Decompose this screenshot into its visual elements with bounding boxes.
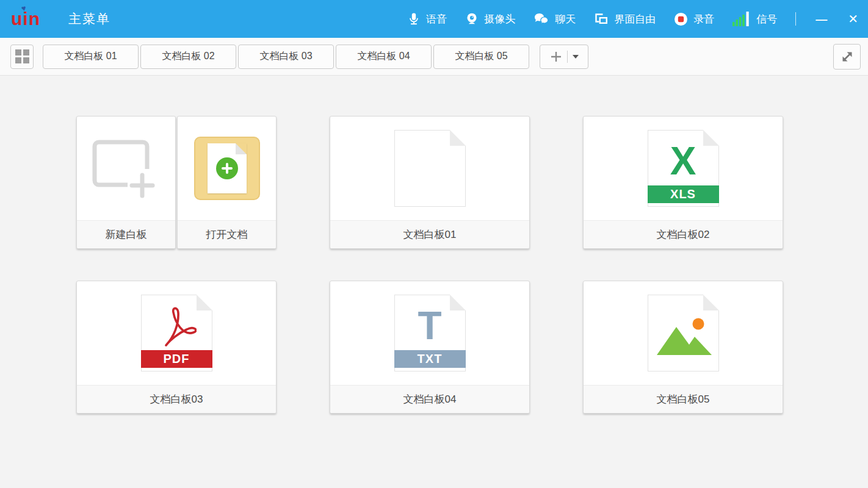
card-label: 文档白板01 (330, 220, 529, 248)
xls-file-icon: X XLS (648, 130, 719, 207)
document-card-03[interactable]: PDF 文档白板03 (76, 281, 277, 414)
new-whiteboard-icon (86, 135, 167, 202)
blank-document-icon (394, 130, 466, 207)
txt-badge: TXT (394, 350, 466, 368)
card-label: 文档白板04 (330, 385, 529, 413)
card-label: 文档白板02 (584, 220, 783, 248)
content-area: 新建白板 打开文档 文档白板01 X XLS 文档白板02 (0, 0, 868, 488)
card-label: 新建白板 (77, 220, 175, 248)
document-card-04[interactable]: T TXT 文档白板04 (330, 281, 530, 414)
pdf-file-icon: PDF (141, 295, 212, 371)
open-document-card[interactable]: 打开文档 (177, 116, 277, 249)
mountains-sun-icon (654, 316, 714, 356)
document-card-05[interactable]: 文档白板05 (583, 281, 783, 414)
pdf-badge: PDF (141, 350, 212, 368)
image-file-icon (648, 295, 719, 371)
txt-glyph: T (395, 306, 465, 345)
add-circle-icon (216, 157, 238, 179)
pdf-swirl-icon (159, 303, 197, 349)
document-card-02[interactable]: X XLS 文档白板02 (583, 116, 783, 249)
xls-glyph: X (648, 142, 718, 181)
card-label: 打开文档 (178, 220, 276, 248)
new-whiteboard-card[interactable]: 新建白板 (76, 116, 176, 249)
card-label: 文档白板03 (77, 385, 276, 413)
document-card-01[interactable]: 文档白板01 (330, 116, 530, 249)
xls-badge: XLS (648, 185, 719, 203)
txt-file-icon: T TXT (394, 295, 466, 371)
open-document-icon (194, 137, 260, 200)
card-label: 文档白板05 (584, 385, 783, 413)
